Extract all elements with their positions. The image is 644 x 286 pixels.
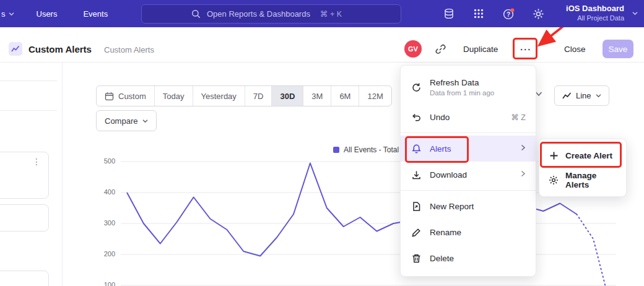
search-shortcut: ⌘ + K — [320, 9, 342, 19]
dashboard-card[interactable] — [0, 271, 49, 286]
dashboard-card[interactable]: ⋮ — [0, 152, 49, 199]
report-header: Custom Alerts Custom Alerts GV Duplicate… — [0, 27, 644, 63]
settings-button[interactable] — [531, 7, 545, 20]
date-range-today[interactable]: Today — [155, 86, 193, 106]
database-icon — [443, 8, 455, 19]
submenu-item-create-alert[interactable]: Create Alert — [539, 143, 626, 168]
date-range-6m[interactable]: 6M — [331, 86, 359, 106]
nav-item-boards-partial[interactable]: s — [1, 9, 14, 19]
chevron-down-icon — [632, 11, 638, 15]
menu-divider — [401, 190, 536, 191]
copy-link-button[interactable] — [435, 43, 447, 56]
date-range-30d-selected[interactable]: 30D — [272, 86, 303, 106]
y-axis: 500400300200100 — [97, 155, 115, 286]
svg-text:?: ? — [506, 11, 510, 17]
top-navbar: s Users Events Open Reports & Dashboards… — [0, 0, 644, 27]
chart-type-button[interactable]: Line — [554, 85, 609, 106]
avatar[interactable]: GV — [404, 40, 422, 58]
y-axis-tick: 200 — [104, 250, 115, 258]
date-range-label: Custom — [118, 92, 146, 101]
gear-icon — [533, 8, 544, 20]
menu-item-label: Rename — [430, 228, 461, 237]
list-divider — [0, 110, 57, 111]
nav-item-label: Events — [83, 9, 108, 19]
submenu-item-label: Manage Alerts — [565, 171, 617, 189]
menu-item-delete[interactable]: Delete — [401, 245, 536, 271]
date-range-control: Custom Today Yesterday 7D 30D 3M 6M 12M — [96, 85, 392, 106]
y-axis-tick: 100 — [104, 281, 115, 286]
menu-item-refresh-data[interactable]: Refresh Data Data from 1 min ago — [401, 71, 536, 104]
submenu-arrow-icon — [521, 170, 526, 179]
apps-grid-icon — [473, 8, 484, 19]
close-button[interactable]: Close — [564, 45, 586, 54]
menu-item-new-report[interactable]: New Report — [401, 193, 536, 219]
global-search-button[interactable]: Open Reports & Dashboards ⌘ + K — [141, 4, 401, 24]
y-axis-tick: 500 — [104, 157, 115, 165]
submenu-item-manage-alerts[interactable]: Manage Alerts — [539, 168, 626, 193]
report-options-menu: Refresh Data Data from 1 min ago Undo ⌘ … — [400, 65, 536, 277]
date-range-label: 12M — [367, 92, 383, 101]
nav-item-label: Users — [37, 9, 58, 19]
help-button[interactable]: ? — [502, 7, 515, 20]
nav-item-label: s — [1, 9, 6, 19]
apps-button[interactable] — [472, 7, 485, 20]
date-range-yesterday[interactable]: Yesterday — [193, 86, 245, 106]
duplicate-button[interactable]: Duplicate — [463, 45, 498, 54]
chevron-down-icon — [9, 12, 14, 16]
notification-dot — [510, 8, 514, 12]
project-data-label: All Project Data — [566, 14, 624, 22]
menu-item-label: New Report — [430, 202, 474, 211]
menu-item-undo[interactable]: Undo ⌘ Z — [401, 104, 536, 130]
more-options-button[interactable]: ⋯ — [516, 41, 535, 57]
download-icon — [411, 169, 422, 180]
date-range-label: 30D — [280, 92, 295, 101]
compare-label: Compare — [105, 116, 137, 126]
page-title: Custom Alerts — [28, 44, 92, 54]
trash-icon — [411, 253, 422, 264]
link-icon — [435, 43, 446, 55]
chevron-down-icon — [142, 119, 148, 123]
save-button[interactable]: Save — [603, 40, 633, 58]
menu-item-label: Undo — [430, 113, 450, 122]
pencil-icon — [411, 227, 422, 238]
date-range-12m[interactable]: 12M — [359, 86, 391, 106]
y-axis-tick: 300 — [104, 219, 115, 227]
breadcrumb: Custom Alerts — [104, 45, 154, 54]
date-range-label: Today — [163, 92, 185, 101]
menu-item-subtitle: Data from 1 min ago — [430, 89, 494, 97]
date-range-label: 6M — [339, 92, 350, 101]
chart-legend[interactable]: All Events - Total — [333, 145, 399, 154]
legend-label: All Events - Total — [344, 145, 399, 154]
menu-item-label: Delete — [430, 254, 454, 263]
project-switcher[interactable]: iOS Dashboard All Project Data — [566, 4, 624, 22]
date-range-label: 7D — [253, 92, 264, 101]
list-divider — [0, 80, 57, 81]
chart-type-label: Line — [576, 91, 591, 100]
menu-item-alerts[interactable]: Alerts — [401, 136, 536, 162]
date-range-7d[interactable]: 7D — [245, 86, 272, 106]
new-report-icon — [411, 201, 422, 212]
nav-item-users[interactable]: Users — [37, 9, 58, 19]
top-nav-left: s Users Events — [0, 0, 108, 27]
menu-item-label: Download — [430, 170, 467, 180]
menu-item-label: Refresh Data — [430, 78, 494, 87]
search-placeholder: Open Reports & Dashboards — [207, 9, 310, 19]
menu-item-label: Alerts — [430, 144, 451, 154]
data-management-button[interactable] — [442, 7, 456, 20]
gear-icon — [548, 175, 559, 186]
dashboard-card[interactable] — [0, 204, 49, 232]
date-range-3m[interactable]: 3M — [303, 86, 331, 106]
dashboard-title: iOS Dashboard — [566, 4, 624, 14]
menu-item-rename[interactable]: Rename — [401, 219, 536, 245]
nav-item-events[interactable]: Events — [83, 9, 108, 19]
submenu-item-label: Create Alert — [565, 151, 612, 160]
calendar-icon — [105, 92, 114, 101]
menu-item-download[interactable]: Download — [401, 162, 536, 188]
alerts-submenu: Create Alert Manage Alerts — [539, 139, 627, 197]
compare-button[interactable]: Compare — [96, 110, 157, 131]
report-type-icon — [9, 42, 22, 56]
date-range-custom[interactable]: Custom — [97, 86, 155, 106]
content-divider — [62, 62, 63, 286]
refresh-icon — [411, 82, 422, 93]
card-kebab-icon[interactable]: ⋮ — [32, 158, 41, 165]
